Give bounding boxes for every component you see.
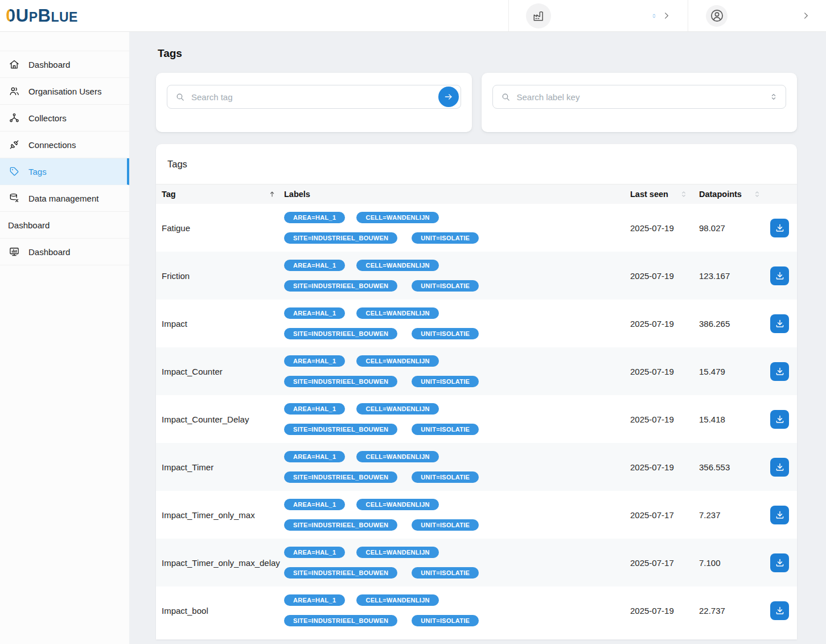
labels-cell: AREA=HAL_1CELL=WANDENLIJNSITE=INDUSTRIEE…	[284, 594, 620, 626]
datapoints-value: 22.737	[689, 606, 753, 616]
sidebar-item-collectors[interactable]: Collectors	[0, 105, 129, 132]
sidebar-item-connections[interactable]: Connections	[0, 132, 129, 158]
organisation-selector[interactable]	[508, 0, 688, 31]
sidebar-section-label: Dashboard	[0, 212, 129, 239]
tag-name: Impact_Timer_only_max_delay	[162, 558, 284, 568]
label-chip: UNIT=ISOLATIE	[412, 280, 479, 292]
chevron-right-icon[interactable]	[802, 11, 810, 20]
download-button[interactable]	[770, 314, 789, 333]
sidebar-item-label: Tags	[28, 167, 47, 177]
label-chip: AREA=HAL_1	[284, 547, 345, 558]
label-chip: AREA=HAL_1	[284, 499, 345, 510]
sidebar-item-dashboard[interactable]: Dashboard	[0, 51, 129, 78]
datapoints-value: 123.167	[689, 271, 753, 281]
column-header-labels: Labels	[284, 190, 620, 199]
search-label-key-input[interactable]	[517, 92, 770, 102]
table-row: Impact_Timer_only_maxAREA=HAL_1CELL=WAND…	[156, 491, 797, 539]
home-icon	[9, 59, 20, 70]
label-chip: SITE=INDUSTRIEEL_BOUWEN	[284, 567, 397, 579]
label-chip: SITE=INDUSTRIEEL_BOUWEN	[284, 376, 397, 387]
label-chip: CELL=WANDENLIJN	[356, 451, 438, 462]
user-circle-icon	[709, 8, 725, 23]
label-chip: CELL=WANDENLIJN	[356, 307, 438, 319]
column-label: Datapoints	[699, 190, 742, 199]
download-button[interactable]	[770, 553, 789, 572]
label-chip: UNIT=ISOLATIE	[412, 232, 479, 244]
download-button[interactable]	[770, 362, 789, 381]
search-tag-input[interactable]	[191, 92, 438, 102]
table-row: Impact_TimerAREA=HAL_1CELL=WANDENLIJNSIT…	[156, 443, 797, 491]
download-button[interactable]	[770, 219, 789, 237]
logo-segment: P	[29, 11, 38, 24]
sort-ascending-icon[interactable]	[268, 190, 276, 198]
last-seen-value: 2025-07-19	[620, 223, 689, 233]
label-chip: SITE=INDUSTRIEEL_BOUWEN	[284, 519, 397, 531]
download-button[interactable]	[770, 506, 789, 524]
column-header-tag[interactable]: Tag	[162, 190, 284, 199]
label-chip: UNIT=ISOLATIE	[412, 519, 479, 531]
table-row: Impact_boolAREA=HAL_1CELL=WANDENLIJNSITE…	[156, 586, 797, 634]
user-selector[interactable]	[688, 0, 826, 31]
factory-icon	[532, 10, 545, 22]
label-chip: SITE=INDUSTRIEEL_BOUWEN	[284, 471, 397, 483]
label-chip: UNIT=ISOLATIE	[412, 567, 479, 579]
chevron-right-icon[interactable]	[662, 11, 671, 20]
monitor-icon	[9, 246, 20, 257]
table-row: Impact_Counter_DelayAREA=HAL_1CELL=WANDE…	[156, 395, 797, 443]
download-icon	[775, 414, 785, 424]
download-button[interactable]	[770, 410, 789, 429]
search-icon	[175, 92, 185, 102]
label-chip: AREA=HAL_1	[284, 260, 345, 271]
last-seen-value: 2025-07-19	[620, 462, 689, 472]
arrow-right-icon	[443, 92, 454, 102]
table-row: ImpactAREA=HAL_1CELL=WANDENLIJNSITE=INDU…	[156, 300, 797, 347]
label-chip: SITE=INDUSTRIEEL_BOUWEN	[284, 280, 397, 292]
label-chip: AREA=HAL_1	[284, 212, 345, 223]
label-chip: AREA=HAL_1	[284, 403, 345, 415]
table-title: Tags	[156, 144, 797, 184]
logo-segment: B	[38, 7, 51, 24]
database-x-icon	[9, 192, 20, 204]
sidebar: DashboardOrganisation UsersCollectorsCon…	[0, 32, 129, 644]
tag-name: Impact_Counter	[162, 367, 284, 376]
users-icon	[9, 85, 20, 97]
labels-cell: AREA=HAL_1CELL=WANDENLIJNSITE=INDUSTRIEE…	[284, 451, 620, 483]
search-tag-card	[156, 73, 472, 132]
tags-table-card: Tags Tag Labels Last seen	[156, 144, 797, 639]
sidebar-item-label: Organisation Users	[28, 87, 101, 96]
column-header-last-seen[interactable]: Last seen	[620, 190, 689, 199]
page-title: Tags	[158, 47, 797, 60]
label-chip: SITE=INDUSTRIEEL_BOUWEN	[284, 232, 397, 244]
label-chip: AREA=HAL_1	[284, 307, 345, 319]
table-row: FrictionAREA=HAL_1CELL=WANDENLIJNSITE=IN…	[156, 252, 797, 300]
datapoints-value: 7.237	[689, 510, 753, 520]
app-logo[interactable]: 0 U P B LUE	[6, 7, 78, 24]
label-chip: UNIT=ISOLATIE	[412, 615, 479, 626]
datapoints-value: 15.418	[689, 415, 753, 424]
tag-icon	[9, 166, 20, 177]
column-header-datapoints[interactable]: Datapoints	[689, 190, 753, 199]
label-chip: SITE=INDUSTRIEEL_BOUWEN	[284, 328, 397, 339]
label-chip: UNIT=ISOLATIE	[412, 328, 479, 339]
tag-name: Impact_Counter_Delay	[162, 415, 284, 424]
sort-icon[interactable]	[753, 190, 761, 198]
tag-name: Impact_bool	[162, 606, 284, 616]
search-submit-button[interactable]	[438, 87, 459, 107]
column-label: Tag	[162, 190, 176, 199]
sidebar-item-organisation-users[interactable]: Organisation Users	[0, 78, 129, 105]
sidebar-item-data-management[interactable]: Data management	[0, 185, 129, 212]
sidebar-item-label: Collectors	[28, 113, 67, 123]
download-icon	[775, 605, 785, 616]
download-button[interactable]	[770, 601, 789, 620]
sidebar-item-tags[interactable]: Tags	[0, 158, 129, 185]
select-stepper-icon[interactable]	[770, 93, 778, 101]
download-button[interactable]	[770, 266, 789, 285]
last-seen-value: 2025-07-19	[620, 319, 689, 329]
search-tag-field	[167, 85, 461, 109]
sidebar-item-dashboard[interactable]: Dashboard	[0, 239, 129, 265]
sort-icon[interactable]	[680, 190, 688, 198]
main-content: Tags	[129, 32, 826, 644]
label-chip: CELL=WANDENLIJN	[356, 403, 438, 415]
download-button[interactable]	[770, 458, 789, 477]
download-icon	[775, 270, 785, 281]
